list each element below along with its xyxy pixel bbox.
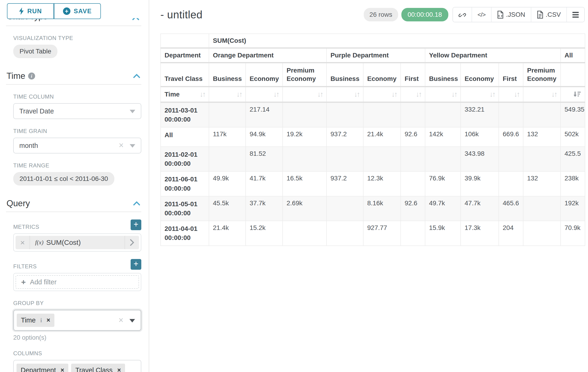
column-sort-header[interactable]: ↓↑: [523, 86, 561, 102]
query-timer-badge: 00:00:00.18: [401, 8, 448, 21]
pivot-cell: 132: [523, 171, 561, 196]
column-sort-header[interactable]: ↓↑: [363, 86, 401, 102]
sort-icon: ↓↑: [236, 90, 242, 99]
file-text-icon: [537, 11, 543, 19]
pivot-cell: [523, 221, 561, 245]
add-filter-plus-button[interactable]: +: [131, 259, 141, 270]
group-by-options-hint: 20 option(s): [13, 334, 141, 341]
pivot-cell: 142k: [425, 127, 461, 147]
pivot-cell: 132: [523, 127, 561, 147]
column-sort-header[interactable]: ↓↑: [425, 86, 461, 102]
table-row: All117k94.9k19.2k937.221.4k92.6142k106k6…: [161, 127, 585, 147]
pivot-cell: [499, 171, 523, 196]
export-csv-button[interactable]: .CSV: [531, 7, 567, 22]
group-by-tag-time[interactable]: Time i ×: [17, 314, 54, 327]
remove-tag-icon[interactable]: ×: [46, 317, 50, 323]
remove-tag-icon[interactable]: ×: [61, 367, 64, 372]
remove-metric-icon[interactable]: ×: [16, 236, 30, 249]
group-by-label: GROUP BY: [13, 300, 141, 307]
filters-label: FILTERS: [13, 263, 37, 270]
sort-icon: ↓↑: [273, 90, 279, 99]
pivot-cell: 17.3k: [461, 221, 499, 245]
add-metric-button[interactable]: +: [131, 220, 141, 230]
pivot-cell: [209, 147, 246, 171]
pivot-cell: [401, 147, 425, 171]
menu-button[interactable]: [567, 7, 584, 22]
run-button[interactable]: RUN: [7, 3, 54, 19]
tag-label: Travel Class: [75, 366, 113, 372]
travel-class-header: Economy: [246, 63, 283, 87]
save-button[interactable]: + SAVE: [54, 3, 101, 19]
chevron-up-icon[interactable]: [133, 201, 141, 206]
pivot-cell: [209, 102, 246, 127]
time-sort-header[interactable]: Time↓↑: [161, 86, 209, 102]
pivot-table-container: SUM(Cost)DepartmentOrange DepartmentPurp…: [160, 33, 588, 246]
share-link-button[interactable]: [453, 7, 472, 22]
time-range-value[interactable]: 2011-01-01 ≤ col < 2011-06-30: [13, 172, 114, 186]
chart-header-actions: 26 rows 00:00:00.18 </>: [364, 7, 585, 22]
pivot-cell: 47.7k: [461, 196, 499, 221]
column-sort-header[interactable]: ↓↑: [499, 86, 523, 102]
info-icon: i: [40, 317, 42, 324]
add-filter-button[interactable]: + Add filter: [16, 275, 139, 289]
travel-class-row-label: Travel Class: [161, 63, 209, 87]
chevron-up-icon[interactable]: [132, 18, 140, 22]
pivot-cell: [326, 196, 363, 221]
time-grain-select[interactable]: month ×: [13, 138, 141, 153]
export-button-group: </> .JSON .CSV: [452, 7, 585, 22]
chevron-right-icon[interactable]: [125, 236, 139, 249]
add-filter-label: Add filter: [30, 278, 56, 286]
group-by-select[interactable]: Time i × ×: [13, 310, 141, 331]
department-group-header: All: [561, 48, 585, 63]
query-section-header: Query: [6, 199, 142, 208]
column-sort-header[interactable]: ↓↑: [401, 86, 425, 102]
pivot-cell: [401, 102, 425, 127]
column-sort-header[interactable]: ↓↑: [246, 86, 283, 102]
metric-pill[interactable]: × f(x) SUM(Cost): [16, 236, 139, 249]
run-button-label: RUN: [27, 8, 42, 15]
function-icon: f(x): [35, 239, 43, 246]
pivot-cell: 16.5k: [283, 171, 326, 196]
metrics-label: METRICS: [13, 224, 39, 230]
pivot-cell: 937.2: [326, 171, 363, 196]
pivot-cell: 2.69k: [283, 196, 326, 221]
pivot-cell: 192k: [561, 196, 585, 221]
sort-icon: ↓↑: [514, 90, 519, 99]
column-sort-header[interactable]: ↓↑: [326, 86, 363, 102]
visualization-type-value[interactable]: Pivot Table: [13, 45, 57, 58]
travel-class-header: First: [499, 63, 523, 87]
filters-control: + Add filter: [13, 273, 141, 291]
column-sort-header[interactable]: ↓↑: [461, 86, 499, 102]
pivot-cell: [283, 147, 326, 171]
time-column-select[interactable]: Travel Date: [13, 103, 141, 119]
columns-tag-department[interactable]: Department ×: [17, 364, 68, 372]
link-icon: [459, 11, 466, 18]
clear-icon[interactable]: ×: [119, 141, 124, 149]
columns-tag-travel-class[interactable]: Travel Class ×: [71, 364, 125, 372]
column-sort-header[interactable]: ↓↑: [209, 86, 246, 102]
sort-icon: ↓↑: [451, 90, 457, 99]
pivot-cell: 21.4k: [363, 127, 401, 147]
pivot-cell: 21.4k: [209, 221, 246, 245]
travel-class-header: [561, 63, 585, 87]
column-sort-header[interactable]: [561, 86, 585, 102]
caret-down-icon: [130, 110, 135, 113]
column-sort-header[interactable]: ↓↑: [283, 86, 326, 102]
table-row: 2011-03-01 00:00:00217.14332.21549.35: [161, 102, 585, 127]
columns-label: COLUMNS: [13, 350, 141, 357]
pivot-cell: 8.16k: [363, 196, 401, 221]
control-panel: RUN + SAVE Chart Type VISUALIZATION TYPE…: [0, 0, 149, 372]
pivot-cell: [523, 102, 561, 127]
clear-icon[interactable]: ×: [118, 316, 123, 324]
export-json-button[interactable]: .JSON: [492, 7, 531, 22]
travel-class-header: Business: [326, 63, 363, 87]
pivot-cell: [425, 147, 461, 171]
pivot-cell: [326, 221, 363, 245]
chevron-up-icon[interactable]: [133, 73, 141, 79]
pivot-cell: 238k: [561, 171, 585, 196]
pivot-cell: 937.2: [326, 127, 363, 147]
view-query-button[interactable]: </>: [472, 7, 492, 22]
columns-select[interactable]: Department × Travel Class × ×: [13, 360, 141, 372]
sort-icon: ↓↑: [391, 90, 397, 99]
remove-tag-icon[interactable]: ×: [117, 367, 121, 372]
